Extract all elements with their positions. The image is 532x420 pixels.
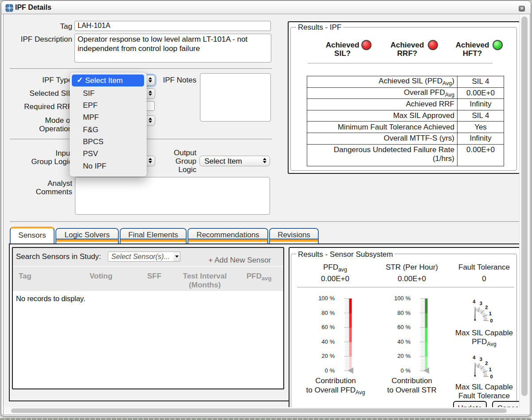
svg-text:4: 4 — [473, 355, 476, 360]
svg-text:1: 1 — [489, 367, 492, 372]
svg-text:4: 4 — [473, 299, 476, 304]
svg-text:3: 3 — [480, 301, 482, 306]
svg-text:0: 0 — [490, 374, 493, 379]
svg-text:0: 0 — [490, 318, 493, 323]
svg-text:2: 2 — [485, 305, 488, 310]
svg-text:1: 1 — [489, 311, 492, 316]
svg-text:3: 3 — [480, 357, 482, 362]
svg-text:2: 2 — [485, 361, 488, 366]
